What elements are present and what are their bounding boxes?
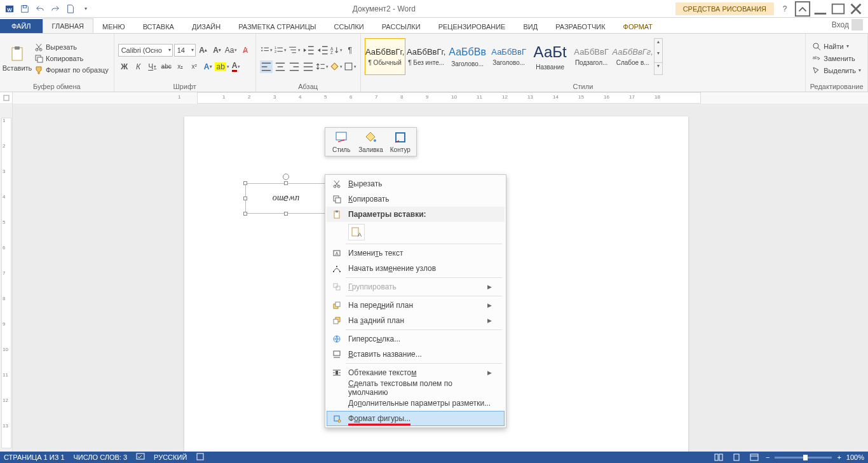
- ctx-wrap-text[interactable]: Обтекание текстом▶: [327, 365, 505, 380]
- style-subtle[interactable]: АаБбВвГг,Слабое в...: [613, 38, 653, 75]
- style-subtitle[interactable]: АаБбВвГПодзагол...: [571, 38, 612, 75]
- ctx-edit-points[interactable]: Начать изменение узлов: [327, 261, 505, 276]
- underline-button[interactable]: Ч: [146, 60, 159, 73]
- tab-menu[interactable]: Меню: [93, 20, 134, 33]
- view-read-icon[interactable]: [712, 453, 725, 462]
- status-lang[interactable]: РУССКИЙ: [154, 453, 187, 461]
- ctx-hyperlink[interactable]: Гиперссылка...: [327, 331, 505, 347]
- ctx-set-default[interactable]: Сделать текстовым полем по умолчанию: [327, 380, 505, 396]
- styles-more-button[interactable]: ▴▾▾: [654, 38, 663, 75]
- tab-developer[interactable]: РАЗРАБОТЧИК: [546, 20, 614, 33]
- ctx-more-layout[interactable]: Дополнительные параметры разметки...: [327, 396, 505, 411]
- hruler[interactable]: 1123456789101112131415161718: [13, 92, 868, 104]
- highlight-icon[interactable]: ab: [216, 60, 229, 73]
- strike-button[interactable]: abc: [160, 60, 173, 73]
- help-icon[interactable]: ?: [776, 3, 793, 15]
- change-case-icon[interactable]: Aa: [225, 44, 238, 57]
- select-button[interactable]: Выделить ▾: [811, 66, 862, 76]
- word-icon[interactable]: W: [3, 2, 17, 16]
- text-effects-icon[interactable]: A: [202, 60, 215, 73]
- ruler-corner[interactable]: [0, 92, 13, 104]
- mini-style-button[interactable]: Стиль: [327, 130, 356, 153]
- tab-home[interactable]: ГЛАВНАЯ: [43, 18, 93, 33]
- tab-layout[interactable]: РАЗМЕТКА СТРАНИЦЫ: [229, 20, 325, 33]
- tab-insert[interactable]: ВСТАВКА: [134, 20, 183, 33]
- font-name-combo[interactable]: Calibri (Осно: [118, 44, 173, 57]
- bold-button[interactable]: Ж: [118, 60, 131, 73]
- find-button[interactable]: Найти ▾: [811, 41, 862, 52]
- zoom-slider[interactable]: [775, 457, 832, 459]
- grow-font-icon[interactable]: A▴: [197, 44, 210, 57]
- tab-review[interactable]: РЕЦЕНЗИРОВАНИЕ: [430, 20, 515, 33]
- show-marks-icon[interactable]: ¶: [344, 44, 356, 57]
- ctx-bring-front[interactable]: На передний план▶: [327, 298, 505, 313]
- sort-icon[interactable]: AZ: [330, 44, 342, 57]
- resize-handle-nw[interactable]: [243, 181, 247, 185]
- style-nospacing[interactable]: АаБбВвГг,¶ Без инте...: [406, 38, 447, 75]
- status-macro-icon[interactable]: [196, 453, 205, 462]
- outdent-icon[interactable]: [302, 44, 315, 57]
- justify-icon[interactable]: [302, 60, 315, 73]
- multilevel-icon[interactable]: [288, 44, 301, 57]
- sign-in[interactable]: Вход: [827, 17, 868, 33]
- style-title[interactable]: АаБtНазвание: [530, 38, 571, 75]
- line-spacing-icon[interactable]: [316, 60, 329, 73]
- minimize-icon[interactable]: [812, 3, 829, 15]
- shading-icon[interactable]: [330, 60, 342, 73]
- styles-gallery[interactable]: АаБбВвГг,¶ Обычный АаБбВвГг,¶ Без инте..…: [365, 36, 663, 81]
- style-normal[interactable]: АаБбВвГг,¶ Обычный: [365, 38, 405, 75]
- align-left-icon[interactable]: [260, 60, 273, 73]
- align-right-icon[interactable]: [288, 60, 301, 73]
- undo-icon[interactable]: [33, 2, 47, 16]
- text-box-shape[interactable]: иwəто: [245, 183, 327, 214]
- rotation-handle[interactable]: [283, 174, 289, 180]
- resize-handle-n[interactable]: [284, 181, 288, 185]
- new-doc-icon[interactable]: [64, 2, 78, 16]
- indent-icon[interactable]: [316, 44, 329, 57]
- close-icon[interactable]: [848, 3, 864, 15]
- status-page[interactable]: СТРАНИЦА 1 ИЗ 1: [4, 453, 65, 461]
- font-color-icon[interactable]: A: [230, 60, 243, 73]
- mini-outline-button[interactable]: Контур: [386, 130, 415, 153]
- cut-button[interactable]: Вырезать: [33, 42, 110, 52]
- redo-icon[interactable]: [48, 2, 62, 16]
- resize-handle-sw[interactable]: [243, 212, 247, 216]
- vertical-ruler[interactable]: 12345678910111213: [0, 104, 13, 452]
- style-heading1[interactable]: АаБбВвЗаголово...: [447, 38, 488, 75]
- tab-format[interactable]: ФОРМАТ: [614, 20, 662, 33]
- zoom-thumb[interactable]: [803, 455, 808, 460]
- ctx-format-shape[interactable]: Формат фигуры...: [327, 411, 505, 426]
- ribbon-options-icon[interactable]: [794, 3, 811, 15]
- paste-button[interactable]: Вставить: [4, 36, 31, 81]
- ctx-send-back[interactable]: На задний план▶: [327, 313, 505, 328]
- tab-mailings[interactable]: РАССЫЛКИ: [373, 20, 430, 33]
- qat-customize-icon[interactable]: ▾: [79, 2, 93, 16]
- view-print-icon[interactable]: [730, 453, 743, 462]
- status-proofing-icon[interactable]: [136, 453, 145, 462]
- numbering-icon[interactable]: 12: [274, 44, 287, 57]
- zoom-out-button[interactable]: −: [766, 453, 770, 461]
- ctx-copy[interactable]: Копировать: [327, 191, 505, 207]
- italic-button[interactable]: К: [132, 60, 145, 73]
- tab-references[interactable]: ССЫЛКИ: [325, 20, 373, 33]
- format-painter-button[interactable]: Формат по образцу: [33, 65, 110, 75]
- tab-file[interactable]: ФАЙЛ: [0, 19, 43, 33]
- view-web-icon[interactable]: [748, 453, 761, 462]
- mini-fill-button[interactable]: Заливка: [356, 130, 385, 153]
- ctx-caption[interactable]: Вставить название...: [327, 347, 505, 362]
- resize-handle-s[interactable]: [284, 212, 288, 216]
- bullets-icon[interactable]: [260, 44, 273, 57]
- zoom-in-button[interactable]: +: [837, 453, 841, 461]
- clear-format-icon[interactable]: A̷: [239, 44, 252, 57]
- shrink-font-icon[interactable]: A▾: [211, 44, 224, 57]
- subscript-button[interactable]: x₂: [174, 60, 187, 73]
- borders-icon[interactable]: [344, 60, 356, 73]
- replace-button[interactable]: abЗаменить: [811, 53, 862, 64]
- paste-keep-formatting[interactable]: A: [348, 224, 365, 240]
- tab-design[interactable]: ДИЗАЙН: [183, 20, 229, 33]
- ctx-cut[interactable]: Вырезать: [327, 176, 505, 191]
- copy-button[interactable]: Копировать: [33, 53, 110, 64]
- save-icon[interactable]: [18, 2, 32, 16]
- tab-view[interactable]: ВИД: [514, 20, 546, 33]
- zoom-level[interactable]: 100%: [846, 453, 864, 461]
